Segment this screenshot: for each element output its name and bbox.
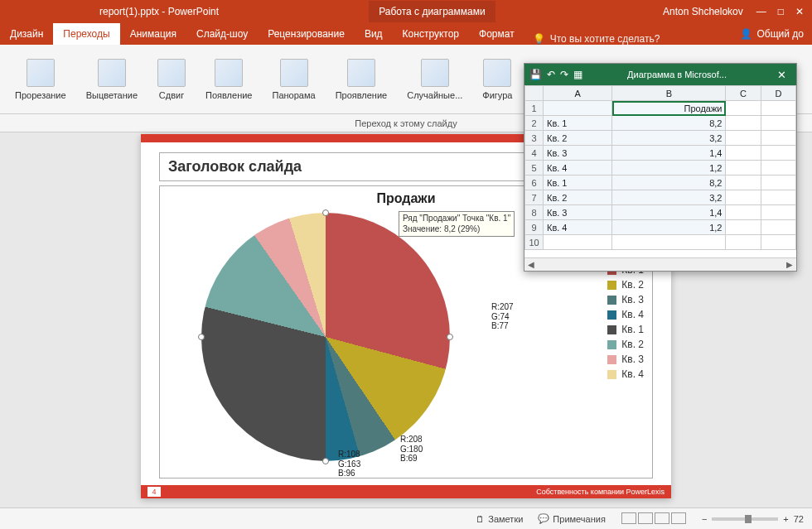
cell[interactable] [612, 235, 726, 250]
cell[interactable]: 1,2 [612, 220, 726, 235]
cell[interactable] [761, 101, 795, 116]
chart-legend[interactable]: Кв. 1Кв. 2Кв. 3Кв. 4Кв. 1Кв. 2Кв. 3Кв. 4 [607, 261, 644, 383]
cell[interactable] [726, 161, 761, 176]
cell[interactable] [726, 101, 761, 116]
transition-Сдвиг[interactable]: Сдвиг [149, 55, 194, 103]
comments-button[interactable]: 💬Примечания [538, 513, 606, 524]
excel-data-window[interactable]: 💾 ↶ ↷ ▦ Диаграмма в Microsof... ✕ ABCD1П… [524, 63, 797, 272]
cell[interactable]: 8,2 [612, 176, 726, 190]
tab-transitions[interactable]: Переходы [53, 23, 119, 45]
zoom-controls[interactable]: − + 72 [702, 514, 804, 524]
cell[interactable] [726, 205, 761, 220]
cell[interactable]: 1,2 [612, 161, 726, 176]
tell-me-search[interactable]: 💡 Что вы хотите сделать? [533, 33, 660, 45]
cell[interactable] [726, 190, 761, 205]
legend-item[interactable]: Кв. 1 [607, 324, 644, 335]
cell[interactable] [761, 220, 795, 235]
transition-Случайные...[interactable]: Случайные... [399, 55, 471, 103]
cell[interactable] [761, 205, 795, 220]
legend-item[interactable]: Кв. 4 [607, 368, 644, 380]
row-header[interactable]: 3 [525, 131, 544, 146]
view-switcher[interactable] [621, 512, 687, 526]
cell[interactable]: 3,2 [612, 190, 726, 205]
row-header[interactable]: 5 [525, 161, 544, 176]
cell[interactable] [761, 176, 795, 190]
cell[interactable] [761, 235, 795, 250]
selection-handle[interactable] [198, 334, 205, 340]
transition-Появление[interactable]: Появление [197, 55, 260, 103]
table-row[interactable]: 5Кв. 41,2 [525, 161, 796, 176]
redo-icon[interactable]: ↷ [560, 69, 568, 80]
table-row[interactable]: 9Кв. 41,2 [525, 220, 796, 235]
table-row[interactable]: 7Кв. 23,2 [525, 190, 796, 205]
cell[interactable]: 3,2 [612, 131, 726, 146]
spreadsheet-grid[interactable]: ABCD1Продажи2Кв. 18,23Кв. 23,24Кв. 31,45… [524, 85, 796, 250]
cell[interactable] [726, 235, 761, 250]
selection-handle[interactable] [447, 334, 453, 340]
cell[interactable] [761, 146, 795, 161]
tab-chart-format[interactable]: Формат [469, 23, 524, 45]
legend-item[interactable]: Кв. 3 [607, 294, 644, 305]
user-name[interactable]: Anton Shchelokov [632, 6, 748, 17]
cell[interactable] [544, 101, 612, 116]
cell[interactable]: Кв. 2 [544, 131, 612, 146]
cell[interactable] [544, 235, 612, 250]
undo-icon[interactable]: ↶ [547, 69, 555, 80]
tab-review[interactable]: Рецензирование [258, 23, 355, 45]
cell[interactable]: Кв. 2 [544, 190, 612, 205]
pie-chart[interactable] [201, 213, 450, 461]
row-header[interactable]: 1 [525, 101, 544, 116]
table-row[interactable]: 4Кв. 31,4 [525, 146, 796, 161]
tab-design[interactable]: Дизайн [0, 23, 53, 45]
cell[interactable] [761, 190, 795, 205]
row-header[interactable]: 6 [525, 176, 544, 190]
tab-view[interactable]: Вид [355, 23, 393, 45]
tab-chart-design[interactable]: Конструктор [393, 23, 469, 45]
column-header[interactable] [525, 86, 544, 101]
scroll-right-icon[interactable]: ▶ [786, 260, 793, 269]
row-header[interactable]: 2 [525, 116, 544, 131]
cell[interactable] [726, 176, 761, 190]
column-header[interactable]: D [761, 86, 795, 101]
selection-handle[interactable] [322, 209, 329, 216]
zoom-value[interactable]: 72 [794, 514, 804, 524]
table-row[interactable]: 10 [525, 235, 796, 250]
cell[interactable]: Кв. 3 [544, 205, 612, 220]
cell[interactable] [726, 131, 761, 146]
cell[interactable]: 8,2 [612, 116, 726, 131]
scroll-left-icon[interactable]: ◀ [528, 260, 534, 269]
share-button[interactable]: 👤 Общий до [732, 23, 813, 45]
cell[interactable] [726, 220, 761, 235]
save-icon[interactable]: 💾 [529, 69, 542, 80]
table-row[interactable]: 3Кв. 23,2 [525, 131, 796, 146]
column-header[interactable]: C [726, 86, 761, 101]
table-row[interactable]: 6Кв. 18,2 [525, 176, 796, 190]
cell[interactable]: Продажи [612, 101, 726, 116]
cell[interactable] [761, 116, 795, 131]
transition-Проявление[interactable]: Проявление [327, 55, 396, 103]
legend-item[interactable]: Кв. 3 [607, 353, 644, 365]
selection-handle[interactable] [322, 458, 329, 464]
transition-Прорезание[interactable]: Прорезание [7, 55, 75, 103]
transition-Панорама[interactable]: Панорама [263, 55, 323, 103]
notes-button[interactable]: 🗒Заметки [476, 514, 523, 524]
cell[interactable]: 1,4 [612, 146, 726, 161]
row-header[interactable]: 9 [525, 220, 544, 235]
excel-titlebar[interactable]: 💾 ↶ ↷ ▦ Диаграмма в Microsof... ✕ [524, 64, 796, 85]
column-header[interactable]: B [612, 86, 726, 101]
row-header[interactable]: 10 [525, 235, 544, 250]
cell[interactable] [726, 116, 761, 131]
table-row[interactable]: 8Кв. 31,4 [525, 205, 796, 220]
row-header[interactable]: 4 [525, 146, 544, 161]
tab-slideshow[interactable]: Слайд-шоу [186, 23, 258, 45]
row-header[interactable]: 7 [525, 190, 544, 205]
row-header[interactable]: 8 [525, 205, 544, 220]
zoom-out-icon[interactable]: − [702, 514, 707, 524]
transition-Выцветание[interactable]: Выцветание [78, 55, 146, 103]
table-row[interactable]: 1Продажи [525, 101, 796, 116]
legend-item[interactable]: Кв. 2 [607, 339, 644, 350]
zoom-in-icon[interactable]: + [783, 514, 788, 524]
excel-close-icon[interactable]: ✕ [771, 69, 791, 81]
transition-Фигура[interactable]: Фигура [474, 55, 520, 103]
legend-item[interactable]: Кв. 4 [607, 309, 644, 320]
